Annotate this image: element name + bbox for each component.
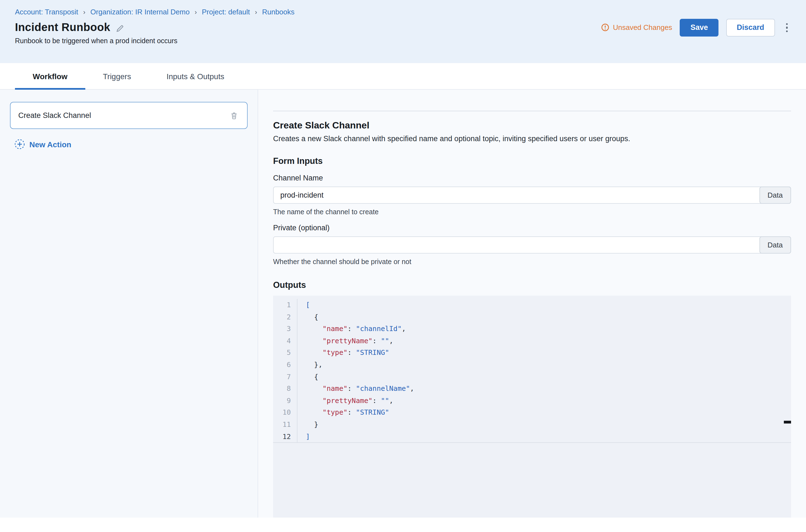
form-fields: Channel NameDataThe name of the channel … (273, 166, 791, 266)
new-action-button[interactable]: New Action (14, 139, 248, 150)
breadcrumb-link-runbooks[interactable]: Runbooks (262, 8, 294, 16)
field-input-channel-name[interactable] (273, 187, 791, 204)
code-text: }, (297, 359, 323, 370)
action-description: Creates a new Slack channel with specifi… (273, 134, 791, 143)
code-text: "name": "channelName", (297, 382, 414, 395)
action-card-label: Create Slack Channel (18, 111, 91, 119)
code-line: 1[ (273, 299, 791, 311)
code-line: 11 } (273, 419, 791, 431)
action-detail-title: Create Slack Channel (273, 120, 791, 131)
tab-triggers[interactable]: Triggers (85, 63, 149, 89)
breadcrumb: Account: Transposit›Organization: IR Int… (15, 8, 791, 16)
outputs-heading: Outputs (273, 280, 791, 290)
form-field-private-optional: Private (optional)DataWhether the channe… (273, 224, 791, 266)
tab-inputs-outputs[interactable]: Inputs & Outputs (149, 63, 242, 89)
form-field-channel-name: Channel NameDataThe name of the channel … (273, 174, 791, 216)
detail-top-divider (273, 111, 791, 111)
line-number: 3 (273, 323, 297, 335)
line-number: 7 (273, 370, 297, 382)
tab-workflow[interactable]: Workflow (15, 63, 85, 89)
code-line: 2 { (273, 311, 791, 323)
input-group: Data (273, 187, 791, 204)
kebab-menu-icon[interactable] (783, 21, 791, 34)
line-number: 2 (273, 311, 297, 323)
outputs-code-editor[interactable]: 1[2 {3 "name": "channelId",4 "prettyName… (273, 296, 791, 518)
editor-lines: 1[2 {3 "name": "channelId",4 "prettyName… (273, 296, 791, 443)
warning-icon (601, 23, 610, 32)
unsaved-changes-badge: Unsaved Changes (601, 23, 672, 32)
breadcrumb-link-project-default[interactable]: Project: default (202, 8, 250, 16)
data-button[interactable]: Data (759, 236, 791, 253)
discard-button[interactable]: Discard (726, 19, 775, 36)
code-line: 10 "type": "STRING" (273, 406, 791, 419)
new-action-label: New Action (29, 140, 71, 149)
delete-action-button[interactable] (228, 109, 240, 122)
line-number: 4 (273, 335, 297, 347)
code-line: 6 }, (273, 359, 791, 370)
code-text: ] (297, 431, 310, 442)
code-line: 12] (273, 431, 791, 442)
input-group: Data (273, 236, 791, 253)
tab-bar: WorkflowTriggersInputs & Outputs (0, 63, 806, 90)
code-line: 9 "prettyName": "", (273, 395, 791, 406)
field-label: Channel Name (273, 174, 791, 182)
code-text: [ (297, 299, 310, 311)
footer-strip (0, 518, 806, 532)
line-number: 9 (273, 395, 297, 406)
edit-title-icon[interactable] (116, 24, 124, 32)
code-text: "name": "channelId", (297, 323, 406, 335)
content-area: Create Slack Channel New Action Create S… (0, 90, 806, 518)
breadcrumb-separator: › (195, 8, 197, 16)
field-input-private-optional[interactable] (273, 236, 791, 253)
page-title: Incident Runbook (15, 21, 110, 34)
data-button[interactable]: Data (759, 187, 791, 204)
line-number: 10 (273, 406, 297, 419)
code-line: 5 "type": "STRING" (273, 347, 791, 359)
code-line: 7 { (273, 370, 791, 382)
line-number: 1 (273, 299, 297, 311)
field-label: Private (optional) (273, 224, 791, 232)
breadcrumb-separator: › (255, 8, 257, 16)
save-button[interactable]: Save (680, 19, 718, 36)
line-number: 5 (273, 347, 297, 359)
code-line: 3 "name": "channelId", (273, 323, 791, 335)
editor-scrollbar-thumb[interactable] (784, 421, 791, 423)
breadcrumb-link-organization-ir-internal-demo[interactable]: Organization: IR Internal Demo (90, 8, 189, 16)
code-text: { (297, 311, 318, 323)
code-text: } (297, 419, 318, 431)
trash-icon (230, 111, 238, 120)
page-subtitle: Runbook to be triggered when a prod inci… (15, 37, 791, 45)
unsaved-changes-label: Unsaved Changes (613, 23, 672, 32)
code-text: "type": "STRING" (297, 347, 389, 359)
line-number: 12 (273, 431, 297, 442)
code-text: "type": "STRING" (297, 406, 389, 419)
line-number: 6 (273, 359, 297, 370)
field-help-text: Whether the channel should be private or… (273, 258, 791, 266)
line-number: 11 (273, 419, 297, 431)
code-line: 4 "prettyName": "", (273, 335, 791, 347)
action-detail-panel: Create Slack Channel Creates a new Slack… (258, 90, 806, 518)
code-text: "prettyName": "", (297, 335, 393, 347)
code-text: "prettyName": "", (297, 395, 393, 406)
code-text: { (297, 370, 318, 382)
workflow-actions-panel: Create Slack Channel New Action (0, 90, 258, 518)
header-actions: Unsaved Changes Save Discard (601, 19, 791, 36)
code-line: 8 "name": "channelName", (273, 382, 791, 395)
page-header: Account: Transposit›Organization: IR Int… (0, 0, 806, 63)
line-number: 8 (273, 382, 297, 395)
form-inputs-heading: Form Inputs (273, 156, 791, 166)
field-help-text: The name of the channel to create (273, 208, 791, 216)
app-window: Account: Transposit›Organization: IR Int… (0, 0, 806, 532)
breadcrumb-separator: › (83, 8, 85, 16)
new-action-plus-icon (14, 139, 25, 150)
action-list: Create Slack Channel (10, 102, 248, 129)
breadcrumb-link-account-transposit[interactable]: Account: Transposit (15, 8, 78, 16)
action-card-create-slack-channel[interactable]: Create Slack Channel (10, 102, 248, 129)
